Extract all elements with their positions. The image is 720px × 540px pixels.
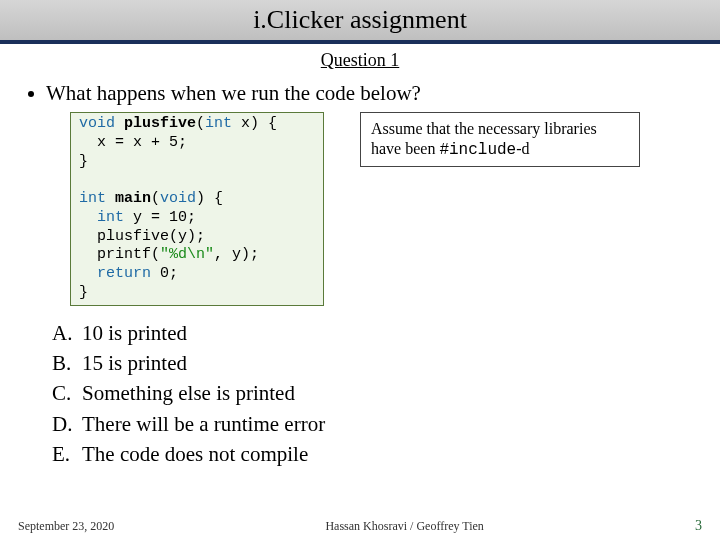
answer-option: C.Something else is printed [52,378,720,408]
answer-option: D.There will be a runtime error [52,409,720,439]
answer-label: B. [52,348,82,378]
bullet-icon [28,91,34,97]
slide-footer: September 23, 2020 Hassan Khosravi / Geo… [0,518,720,534]
code-string: "%d\n" [160,246,214,263]
answer-label: C. [52,378,82,408]
slide-title: i.Clicker assignment [253,5,467,35]
code-keyword: int [97,209,124,226]
code-text: x) { [232,115,277,132]
answer-text: 15 is printed [82,348,187,378]
code-fn-name: main [115,190,151,207]
title-bar: i.Clicker assignment [0,0,720,44]
answer-label: D. [52,409,82,439]
code-text: , y); [214,246,259,263]
code-text: } [79,284,88,301]
note-mono: #include [439,141,516,159]
answer-text: The code does not compile [82,439,308,469]
code-keyword: void [79,115,115,132]
slide: { "title": "i.Clicker assignment", "ques… [0,0,720,540]
code-text: } [79,153,88,170]
footer-date: September 23, 2020 [18,519,114,534]
code-text: plusfive(y); [79,228,205,245]
code-block-1: void plusfive(int x) { x = x + 5; } int … [70,112,324,306]
assumption-note: Assume that the necessary libraries have… [360,112,640,167]
code-text: printf( [79,246,160,263]
answer-label: E. [52,439,82,469]
answer-option: E.The code does not compile [52,439,720,469]
code-column: void plusfive(int x) { x = x + 5; } int … [70,112,324,306]
question-bullet: What happens when we run the code below? [28,81,720,106]
question-text: What happens when we run the code below? [46,81,421,106]
code-keyword: int [79,190,106,207]
answer-label: A. [52,318,82,348]
answer-option: B.15 is printed [52,348,720,378]
note-text: -d [516,140,529,157]
code-keyword: int [205,115,232,132]
question-number: Question 1 [0,50,720,71]
code-fn-name: plusfive [124,115,196,132]
answer-text: There will be a runtime error [82,409,325,439]
footer-authors: Hassan Khosravi / Geoffrey Tien [325,519,483,534]
code-text: x = x + 5; [79,134,187,151]
footer-page-number: 3 [695,518,702,534]
answer-option: A.10 is printed [52,318,720,348]
answer-text: Something else is printed [82,378,295,408]
code-text: 0; [151,265,178,282]
code-keyword: return [97,265,151,282]
answer-list: A.10 is printed B.15 is printed C.Someth… [52,318,720,470]
code-text: ) { [196,190,223,207]
answer-text: 10 is printed [82,318,187,348]
code-and-note-row: void plusfive(int x) { x = x + 5; } int … [70,112,720,306]
code-keyword: void [160,190,196,207]
code-text: y = 10; [124,209,196,226]
